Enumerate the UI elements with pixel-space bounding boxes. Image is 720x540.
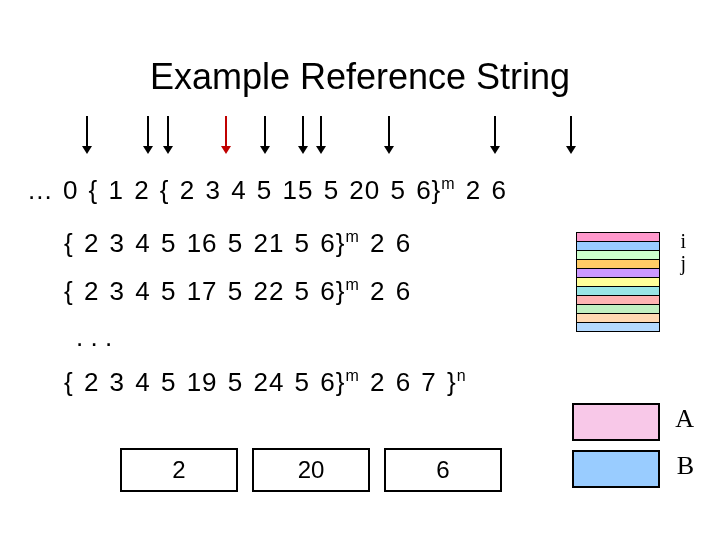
down-arrow-icon xyxy=(225,116,227,152)
l0-b: 2 6 xyxy=(456,175,507,205)
slide-title: Example Reference String xyxy=(0,0,720,98)
l1-a: { 2 3 4 5 16 5 21 5 6} xyxy=(64,227,345,257)
down-arrow-icon xyxy=(264,116,266,152)
down-arrow-icon xyxy=(147,116,149,152)
box-3: 6 xyxy=(384,448,502,492)
l4-exp: m xyxy=(345,367,359,384)
down-arrow-icon xyxy=(86,116,88,152)
bottom-boxes: 2 20 6 xyxy=(120,448,502,492)
l2-exp: m xyxy=(345,276,359,293)
l2-a: { 2 3 4 5 17 5 22 5 6} xyxy=(64,276,345,306)
l1-b: 2 6 xyxy=(360,227,411,257)
box-2: 20 xyxy=(252,448,370,492)
page-stripes xyxy=(576,232,660,331)
box-B xyxy=(572,450,660,488)
string-line-4: { 2 3 4 5 19 5 24 5 6}m 2 6 7 }n xyxy=(64,368,507,395)
box-1: 2 xyxy=(120,448,238,492)
reference-string-block: ... 0 { 1 2 { 2 3 4 5 15 5 20 5 6}m 2 6 … xyxy=(28,176,507,395)
ij-labels: i j xyxy=(680,230,686,275)
down-arrow-icon xyxy=(320,116,322,152)
string-line-1: { 2 3 4 5 16 5 21 5 6}m 2 6 xyxy=(64,229,507,256)
down-arrow-icon xyxy=(570,116,572,152)
string-line-2: { 2 3 4 5 17 5 22 5 6}m 2 6 xyxy=(64,277,507,304)
l2-b: 2 6 xyxy=(360,276,411,306)
label-j: j xyxy=(680,251,686,275)
l0-a: ... 0 { 1 2 { 2 3 4 5 15 5 20 5 6} xyxy=(28,175,441,205)
down-arrow-icon xyxy=(388,116,390,152)
ellipsis: . . . xyxy=(76,324,507,350)
l4-b: 2 6 7 } xyxy=(360,367,457,397)
down-arrow-icon xyxy=(494,116,496,152)
string-line-0: ... 0 { 1 2 { 2 3 4 5 15 5 20 5 6}m 2 6 xyxy=(28,176,507,203)
l4-exp2: n xyxy=(457,367,467,384)
label-A: A xyxy=(675,404,694,434)
l1-exp: m xyxy=(345,228,359,245)
l0-exp: m xyxy=(441,175,455,192)
down-arrow-icon xyxy=(167,116,169,152)
box-A xyxy=(572,403,660,441)
label-i: i xyxy=(680,230,686,253)
label-B: B xyxy=(677,451,694,481)
arrow-row xyxy=(0,116,720,168)
down-arrow-icon xyxy=(302,116,304,152)
page-stripe xyxy=(576,322,660,332)
l4-a: { 2 3 4 5 19 5 24 5 6} xyxy=(64,367,345,397)
